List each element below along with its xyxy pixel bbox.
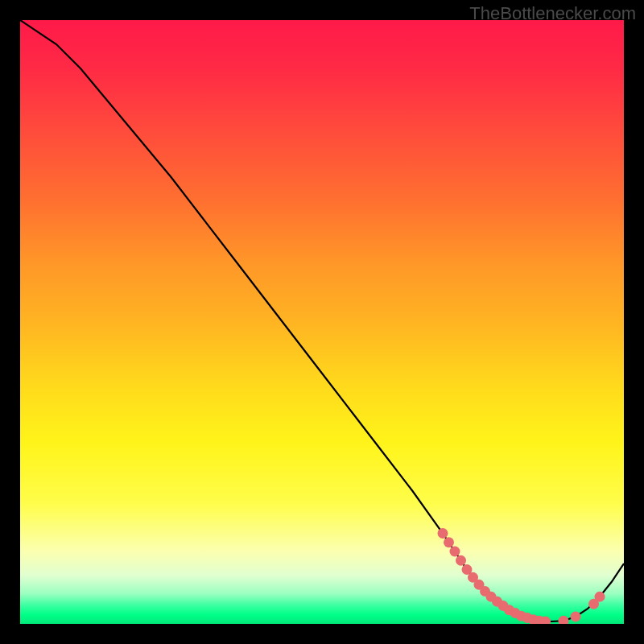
curve-line bbox=[20, 20, 624, 621]
attribution-text: TheBottlenecker.com bbox=[469, 3, 636, 24]
highlight-dot bbox=[456, 555, 466, 566]
highlight-dot bbox=[571, 612, 581, 622]
highlight-markers bbox=[438, 528, 605, 624]
highlight-dot bbox=[559, 616, 569, 624]
chart-plot-area bbox=[20, 20, 624, 624]
chart-curve-layer bbox=[20, 20, 624, 624]
highlight-dot bbox=[450, 547, 460, 557]
highlight-dot bbox=[595, 592, 605, 602]
highlight-dot bbox=[444, 537, 454, 547]
highlight-dot bbox=[438, 528, 448, 539]
